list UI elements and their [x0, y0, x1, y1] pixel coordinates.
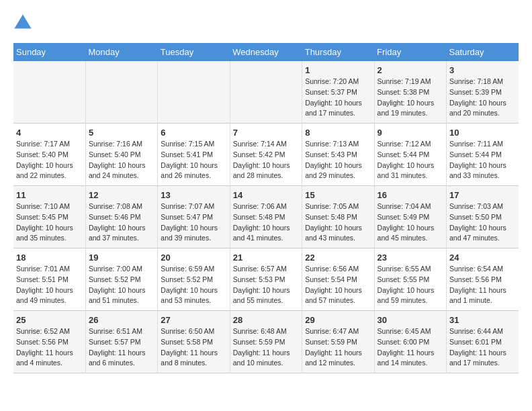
day-info: Sunrise: 7:12 AM Sunset: 5:44 PM Dayligh…: [378, 139, 443, 181]
column-header-sunday: Sunday: [13, 43, 85, 61]
day-number: 20: [161, 253, 226, 263]
column-header-wednesday: Wednesday: [230, 43, 302, 61]
calendar-cell: 27Sunrise: 6:50 AM Sunset: 5:58 PM Dayli…: [158, 311, 230, 373]
page-header: [13, 13, 519, 32]
day-number: 22: [305, 253, 371, 263]
calendar-cell: 12Sunrise: 7:08 AM Sunset: 5:46 PM Dayli…: [85, 186, 157, 248]
calendar-cell: 10Sunrise: 7:11 AM Sunset: 5:44 PM Dayli…: [447, 124, 519, 186]
day-info: Sunrise: 7:08 AM Sunset: 5:46 PM Dayligh…: [89, 201, 154, 244]
day-info: Sunrise: 7:20 AM Sunset: 5:37 PM Dayligh…: [305, 77, 371, 119]
day-number: 19: [89, 253, 154, 263]
day-info: Sunrise: 6:44 AM Sunset: 6:01 PM Dayligh…: [449, 326, 516, 369]
day-info: Sunrise: 7:10 AM Sunset: 5:45 PM Dayligh…: [16, 201, 83, 244]
calendar-cell: 4Sunrise: 7:17 AM Sunset: 5:40 PM Daylig…: [13, 124, 85, 186]
day-number: 28: [233, 315, 299, 325]
day-number: 30: [378, 315, 443, 325]
day-info: Sunrise: 6:50 AM Sunset: 5:58 PM Dayligh…: [161, 326, 226, 369]
calendar-cell: [230, 61, 302, 124]
day-info: Sunrise: 7:05 AM Sunset: 5:48 PM Dayligh…: [305, 201, 371, 244]
column-header-friday: Friday: [374, 43, 446, 61]
calendar-cell: 1Sunrise: 7:20 AM Sunset: 5:37 PM Daylig…: [302, 61, 374, 124]
calendar-cell: 18Sunrise: 7:01 AM Sunset: 5:51 PM Dayli…: [13, 248, 85, 311]
day-number: 29: [305, 315, 371, 325]
day-info: Sunrise: 6:54 AM Sunset: 5:56 PM Dayligh…: [449, 264, 516, 306]
day-number: 4: [16, 128, 83, 138]
calendar-cell: 26Sunrise: 6:51 AM Sunset: 5:57 PM Dayli…: [85, 311, 157, 373]
calendar-cell: 5Sunrise: 7:16 AM Sunset: 5:40 PM Daylig…: [85, 124, 157, 186]
calendar-cell: 17Sunrise: 7:03 AM Sunset: 5:50 PM Dayli…: [447, 186, 519, 248]
day-info: Sunrise: 7:00 AM Sunset: 5:52 PM Dayligh…: [89, 264, 154, 306]
day-info: Sunrise: 6:45 AM Sunset: 6:00 PM Dayligh…: [378, 326, 443, 369]
day-number: 3: [449, 65, 516, 75]
calendar-week-row: 4Sunrise: 7:17 AM Sunset: 5:40 PM Daylig…: [13, 124, 519, 186]
day-info: Sunrise: 7:16 AM Sunset: 5:40 PM Dayligh…: [89, 139, 154, 181]
calendar-cell: 22Sunrise: 6:56 AM Sunset: 5:54 PM Dayli…: [302, 248, 374, 311]
calendar-cell: [158, 61, 230, 124]
day-info: Sunrise: 6:52 AM Sunset: 5:56 PM Dayligh…: [16, 326, 83, 369]
day-number: 10: [449, 128, 516, 138]
calendar-cell: 30Sunrise: 6:45 AM Sunset: 6:00 PM Dayli…: [374, 311, 446, 373]
day-number: 5: [89, 128, 154, 138]
calendar-table: SundayMondayTuesdayWednesdayThursdayFrid…: [13, 43, 519, 373]
day-info: Sunrise: 7:17 AM Sunset: 5:40 PM Dayligh…: [16, 139, 83, 181]
day-number: 8: [305, 128, 371, 138]
day-number: 7: [233, 128, 299, 138]
day-number: 27: [161, 315, 226, 325]
day-number: 2: [378, 65, 443, 75]
day-info: Sunrise: 6:57 AM Sunset: 5:53 PM Dayligh…: [233, 264, 299, 306]
column-header-tuesday: Tuesday: [158, 43, 230, 61]
day-info: Sunrise: 7:14 AM Sunset: 5:42 PM Dayligh…: [233, 139, 299, 181]
calendar-cell: 25Sunrise: 6:52 AM Sunset: 5:56 PM Dayli…: [13, 311, 85, 373]
day-info: Sunrise: 6:51 AM Sunset: 5:57 PM Dayligh…: [89, 326, 154, 369]
column-header-thursday: Thursday: [302, 43, 374, 61]
day-number: 31: [449, 315, 516, 325]
calendar-cell: 15Sunrise: 7:05 AM Sunset: 5:48 PM Dayli…: [302, 186, 374, 248]
logo: [13, 13, 35, 32]
day-number: 11: [16, 190, 83, 200]
calendar-cell: 24Sunrise: 6:54 AM Sunset: 5:56 PM Dayli…: [447, 248, 519, 311]
day-info: Sunrise: 7:01 AM Sunset: 5:51 PM Dayligh…: [16, 264, 83, 306]
day-number: 12: [89, 190, 154, 200]
day-number: 16: [378, 190, 443, 200]
svg-marker-0: [14, 14, 31, 28]
calendar-cell: 23Sunrise: 6:55 AM Sunset: 5:55 PM Dayli…: [374, 248, 446, 311]
day-info: Sunrise: 7:07 AM Sunset: 5:47 PM Dayligh…: [161, 201, 226, 244]
calendar-header-row: SundayMondayTuesdayWednesdayThursdayFrid…: [13, 43, 519, 61]
calendar-cell: 2Sunrise: 7:19 AM Sunset: 5:38 PM Daylig…: [374, 61, 446, 124]
day-number: 25: [16, 315, 83, 325]
day-number: 14: [233, 190, 299, 200]
calendar-cell: [85, 61, 157, 124]
day-info: Sunrise: 7:18 AM Sunset: 5:39 PM Dayligh…: [449, 77, 516, 119]
calendar-cell: 13Sunrise: 7:07 AM Sunset: 5:47 PM Dayli…: [158, 186, 230, 248]
calendar-week-row: 11Sunrise: 7:10 AM Sunset: 5:45 PM Dayli…: [13, 186, 519, 248]
calendar-cell: 7Sunrise: 7:14 AM Sunset: 5:42 PM Daylig…: [230, 124, 302, 186]
calendar-cell: 31Sunrise: 6:44 AM Sunset: 6:01 PM Dayli…: [447, 311, 519, 373]
day-number: 18: [16, 253, 83, 263]
day-number: 21: [233, 253, 299, 263]
day-number: 26: [89, 315, 154, 325]
calendar-week-row: 18Sunrise: 7:01 AM Sunset: 5:51 PM Dayli…: [13, 248, 519, 311]
day-info: Sunrise: 7:04 AM Sunset: 5:49 PM Dayligh…: [378, 201, 443, 244]
day-number: 13: [161, 190, 226, 200]
column-header-monday: Monday: [85, 43, 157, 61]
day-number: 9: [378, 128, 443, 138]
day-info: Sunrise: 7:06 AM Sunset: 5:48 PM Dayligh…: [233, 201, 299, 244]
calendar-cell: 20Sunrise: 6:59 AM Sunset: 5:52 PM Dayli…: [158, 248, 230, 311]
day-info: Sunrise: 7:03 AM Sunset: 5:50 PM Dayligh…: [449, 201, 516, 244]
calendar-week-row: 25Sunrise: 6:52 AM Sunset: 5:56 PM Dayli…: [13, 311, 519, 373]
day-number: 6: [161, 128, 226, 138]
day-info: Sunrise: 6:48 AM Sunset: 5:59 PM Dayligh…: [233, 326, 299, 369]
calendar-cell: 14Sunrise: 7:06 AM Sunset: 5:48 PM Dayli…: [230, 186, 302, 248]
calendar-cell: 16Sunrise: 7:04 AM Sunset: 5:49 PM Dayli…: [374, 186, 446, 248]
calendar-cell: 19Sunrise: 7:00 AM Sunset: 5:52 PM Dayli…: [85, 248, 157, 311]
calendar-cell: 8Sunrise: 7:13 AM Sunset: 5:43 PM Daylig…: [302, 124, 374, 186]
calendar-cell: 11Sunrise: 7:10 AM Sunset: 5:45 PM Dayli…: [13, 186, 85, 248]
day-info: Sunrise: 6:56 AM Sunset: 5:54 PM Dayligh…: [305, 264, 371, 306]
day-number: 15: [305, 190, 371, 200]
calendar-cell: 6Sunrise: 7:15 AM Sunset: 5:41 PM Daylig…: [158, 124, 230, 186]
day-info: Sunrise: 7:19 AM Sunset: 5:38 PM Dayligh…: [378, 77, 443, 119]
calendar-cell: 28Sunrise: 6:48 AM Sunset: 5:59 PM Dayli…: [230, 311, 302, 373]
day-number: 23: [378, 253, 443, 263]
calendar-week-row: 1Sunrise: 7:20 AM Sunset: 5:37 PM Daylig…: [13, 61, 519, 124]
calendar-cell: [13, 61, 85, 124]
